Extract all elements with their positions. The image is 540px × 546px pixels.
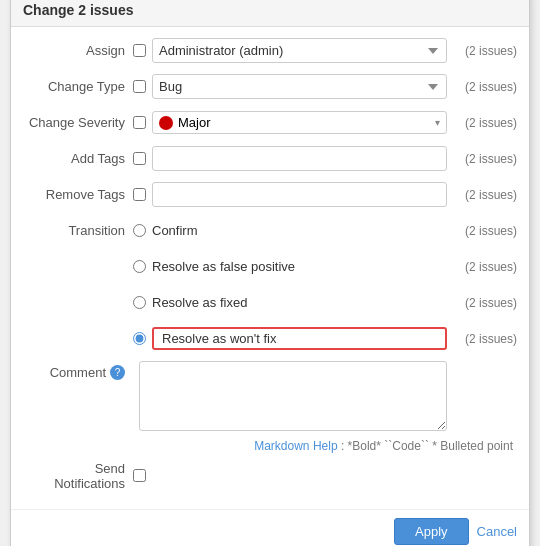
- remove-tags-checkbox[interactable]: [133, 188, 146, 201]
- apply-button[interactable]: Apply: [394, 518, 469, 545]
- markdown-help-row: Markdown Help : *Bold* ``Code`` * Bullet…: [23, 439, 517, 453]
- comment-help-icon[interactable]: ?: [110, 365, 125, 380]
- transition-confirm-text: Confirm: [152, 223, 447, 238]
- comment-row: Comment ?: [23, 361, 517, 431]
- markdown-help-link[interactable]: Markdown Help: [254, 439, 337, 453]
- change-type-label: Change Type: [23, 79, 133, 94]
- transition-wont-fix-radio[interactable]: [133, 332, 146, 345]
- severity-major-icon: [159, 116, 173, 130]
- severity-select-wrapper: Major ▾: [152, 111, 447, 134]
- remove-tags-control: [152, 182, 447, 207]
- change-type-row: Change Type Bug (2 issues): [23, 73, 517, 101]
- transition-wont-fix-control: Resolve as won't fix: [152, 327, 447, 350]
- transition-confirm-control: Confirm: [152, 223, 447, 238]
- cancel-button[interactable]: Cancel: [477, 524, 517, 539]
- transition-confirm-radio[interactable]: [133, 224, 146, 237]
- remove-tags-input[interactable]: [152, 182, 447, 207]
- change-severity-row: Change Severity Major ▾ (2 issues): [23, 109, 517, 137]
- change-severity-count: (2 issues): [447, 116, 517, 130]
- change-severity-control: Major ▾: [152, 111, 447, 134]
- send-notifications-label: Send Notifications: [23, 461, 133, 491]
- remove-tags-row: Remove Tags (2 issues): [23, 181, 517, 209]
- change-type-count: (2 issues): [447, 80, 517, 94]
- transition-fixed-radio[interactable]: [133, 296, 146, 309]
- transition-false-positive-radio[interactable]: [133, 260, 146, 273]
- change-type-control: Bug: [152, 74, 447, 99]
- transition-label: Transition: [23, 223, 133, 238]
- severity-arrow-icon: ▾: [435, 117, 440, 128]
- send-notifications-row: Send Notifications: [23, 461, 517, 491]
- dialog-footer: Apply Cancel: [11, 509, 529, 547]
- transition-wont-fix-selected-box: Resolve as won't fix: [152, 327, 447, 350]
- assign-checkbox[interactable]: [133, 44, 146, 57]
- markdown-hint: : *Bold* ``Code`` * Bulleted point: [338, 439, 513, 453]
- change-severity-checkbox[interactable]: [133, 116, 146, 129]
- change-type-checkbox[interactable]: [133, 80, 146, 93]
- add-tags-count: (2 issues): [447, 152, 517, 166]
- transition-fixed-control: Resolve as fixed: [152, 295, 447, 310]
- comment-control: [139, 361, 447, 431]
- add-tags-control: [152, 146, 447, 171]
- add-tags-row: Add Tags (2 issues): [23, 145, 517, 173]
- transition-false-positive-control: Resolve as false positive: [152, 259, 447, 274]
- transition-confirm-count: (2 issues): [447, 224, 517, 238]
- change-severity-select[interactable]: Major: [178, 115, 435, 130]
- transition-false-positive-text: Resolve as false positive: [152, 259, 447, 274]
- transition-false-positive-count: (2 issues): [447, 260, 517, 274]
- remove-tags-count: (2 issues): [447, 188, 517, 202]
- send-notifications-checkbox[interactable]: [133, 469, 146, 482]
- transition-wont-fix-row: Resolve as won't fix (2 issues): [23, 325, 517, 353]
- dialog-title: Change 2 issues: [11, 0, 529, 27]
- add-tags-checkbox[interactable]: [133, 152, 146, 165]
- transition-wont-fix-count: (2 issues): [447, 332, 517, 346]
- add-tags-label: Add Tags: [23, 151, 133, 166]
- assign-select[interactable]: Administrator (admin): [152, 38, 447, 63]
- dialog-body: Assign Administrator (admin) (2 issues) …: [11, 27, 529, 509]
- assign-count: (2 issues): [447, 44, 517, 58]
- change-issues-dialog: Change 2 issues Assign Administrator (ad…: [10, 0, 530, 546]
- remove-tags-label: Remove Tags: [23, 187, 133, 202]
- transition-fixed-text: Resolve as fixed: [152, 295, 447, 310]
- assign-control: Administrator (admin): [152, 38, 447, 63]
- assign-label: Assign: [23, 43, 133, 58]
- assign-row: Assign Administrator (admin) (2 issues): [23, 37, 517, 65]
- change-type-select[interactable]: Bug: [152, 74, 447, 99]
- transition-fixed-row: Resolve as fixed (2 issues): [23, 289, 517, 317]
- transition-fixed-count: (2 issues): [447, 296, 517, 310]
- transition-confirm-row: Transition Confirm (2 issues): [23, 217, 517, 245]
- comment-label-text: Comment: [50, 365, 106, 380]
- change-severity-label: Change Severity: [23, 115, 133, 130]
- add-tags-input[interactable]: [152, 146, 447, 171]
- transition-wont-fix-text: Resolve as won't fix: [162, 331, 276, 346]
- comment-label: Comment ?: [23, 361, 133, 380]
- comment-textarea[interactable]: [139, 361, 447, 431]
- transition-false-positive-row: Resolve as false positive (2 issues): [23, 253, 517, 281]
